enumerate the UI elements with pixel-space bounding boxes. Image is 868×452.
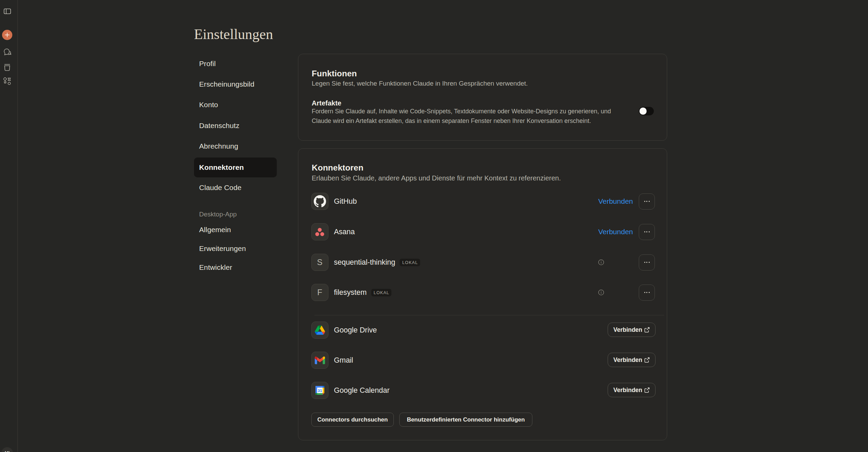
svg-text:31: 31	[318, 389, 322, 393]
